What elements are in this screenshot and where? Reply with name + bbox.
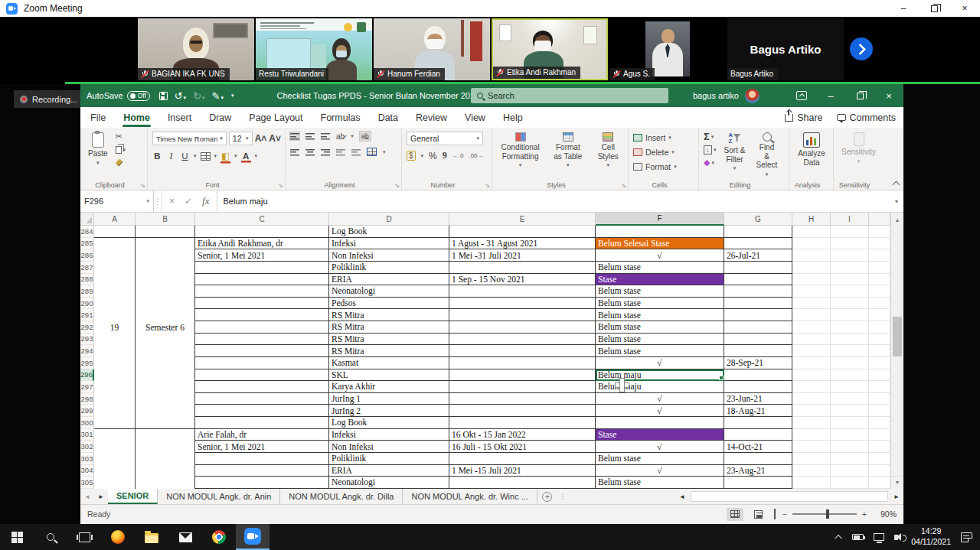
cell-E298[interactable] [449,393,596,405]
column-header-D[interactable]: D [329,213,449,226]
cell-E293[interactable] [449,334,596,346]
cell-G291[interactable] [724,309,792,321]
cell-F292[interactable]: Belum stase [596,321,724,334]
cell-B295[interactable] [136,357,195,369]
paste-button[interactable]: Paste ▾ [85,132,111,180]
cell-H284[interactable] [792,226,831,238]
cell-C295[interactable] [195,357,329,369]
cell-B293[interactable] [136,334,195,346]
participant-tile-restu[interactable]: Restu Triwulandani [256,18,372,80]
align-left-button[interactable] [290,148,299,156]
sheet-tab-non-modul-dilla[interactable]: NON MODUL Angk. dr. Dilla [280,489,403,504]
row-header-287[interactable]: 287 [80,262,94,274]
cell-G297[interactable] [724,381,792,393]
cell-C296[interactable] [195,369,329,382]
cell-C290[interactable] [195,298,329,310]
save-icon[interactable] [159,92,168,100]
cell-C286[interactable]: Senior, 1 Mei 2021 [195,249,329,262]
cell-C293[interactable] [195,334,329,346]
increase-font-button[interactable]: A˄ [255,133,267,144]
cut-button[interactable]: ✂ [116,132,126,142]
cell-C298[interactable] [195,393,329,405]
cell-filler[interactable] [869,262,890,274]
cell-styles-button[interactable]: Cell Styles▾ [593,132,624,180]
row-header-294[interactable]: 294 [80,345,94,357]
cell-C302[interactable]: Senior, 1 Mei 2021 [195,441,329,453]
increase-decimal-button[interactable]: ←.0 [452,152,464,159]
column-header-H[interactable]: H [792,213,831,226]
cell-filler[interactable] [869,393,890,405]
name-box[interactable]: F296 ▾ [80,190,154,212]
cell-G304[interactable]: 23-Aug-21 [724,465,792,477]
cell-F289[interactable]: Belum stase [596,285,724,298]
cell-A302[interactable] [94,441,136,453]
cell-C297[interactable] [195,381,329,393]
cell-A286[interactable] [94,249,136,262]
cell-filler[interactable] [869,345,890,357]
cell-I289[interactable] [831,285,869,298]
tab-formulas[interactable]: Formulas [320,109,361,126]
cell-I296[interactable] [831,369,869,382]
cell-I301[interactable] [831,429,869,441]
cell-H293[interactable] [792,334,831,346]
cell-G288[interactable] [724,274,792,286]
zoom-restore-button[interactable] [919,0,949,17]
cell-D302[interactable]: Non Infeksi [329,441,449,453]
cell-B298[interactable] [136,393,195,405]
comments-button[interactable]: Comments [837,112,896,123]
cell-F303[interactable]: Belum stase [596,453,724,465]
cell-filler[interactable] [869,309,890,321]
cell-A305[interactable] [94,477,136,489]
cell-H289[interactable] [792,285,831,298]
row-header-303[interactable]: 303 [80,453,94,465]
next-participants-page-button[interactable] [850,37,873,60]
underline-button[interactable]: U [180,151,190,161]
share-button[interactable]: Share [785,112,822,123]
cell-F295[interactable]: √ [596,357,724,369]
hscroll-left-arrow[interactable]: ◄ [675,489,689,504]
sheet-nav-next-button[interactable]: ► [94,489,108,504]
cell-I304[interactable] [831,465,869,477]
increase-indent-button[interactable] [351,148,361,156]
cell-F291[interactable]: Belum stase [596,309,724,321]
cell-G301[interactable] [724,429,792,441]
scroll-down-arrow[interactable]: ▼ [891,476,903,488]
cell-A303[interactable] [94,453,136,465]
cell-H305[interactable] [792,477,831,489]
align-top-button[interactable] [290,132,299,140]
cell-H302[interactable] [792,441,831,453]
cell-I291[interactable] [831,309,869,321]
cell-C287[interactable] [195,262,329,274]
row-header-288[interactable]: 288 [80,274,94,286]
percent-style-button[interactable]: % [429,151,437,161]
redo-button[interactable]: ↻▾ [193,91,204,101]
cell-H285[interactable] [792,238,831,250]
cell-C289[interactable] [195,285,329,298]
cell-filler[interactable] [869,274,890,286]
cell-I285[interactable] [831,238,869,250]
cell-filler[interactable] [869,334,890,346]
cell-B289[interactable] [136,285,195,298]
zoom-level[interactable]: 90% [874,509,897,519]
row-header-291[interactable]: 291 [80,309,94,321]
cell-F285[interactable]: Belum Selesai Stase [596,238,724,250]
cell-filler[interactable] [869,298,890,310]
row-header-299[interactable]: 299 [80,405,94,417]
tab-view[interactable]: View [464,109,486,126]
cell-D300[interactable]: Log Book [329,417,449,429]
cell-C294[interactable] [195,345,329,357]
ink-button[interactable]: ✎▾ [212,91,224,101]
cell-filler[interactable] [869,357,890,369]
cell-filler[interactable] [869,453,890,465]
taskbar-search-button[interactable] [34,524,67,550]
ribbon-display-options-button[interactable] [787,84,816,107]
cell-E291[interactable] [449,309,596,321]
cell-B305[interactable] [136,477,195,489]
column-header-C[interactable]: C [195,213,329,226]
cell-I287[interactable] [831,262,869,274]
row-header-293[interactable]: 293 [80,334,94,346]
cell-B285[interactable] [136,238,195,250]
cell-F293[interactable]: Belum stase [596,334,724,346]
row-header-301[interactable]: 301 [80,429,94,441]
decrease-decimal-button[interactable]: .00→ [469,152,483,159]
